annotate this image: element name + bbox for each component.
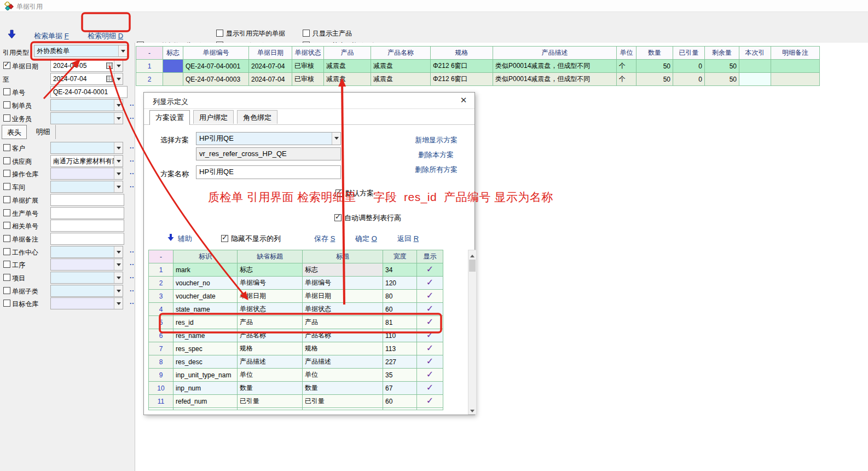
show-cell[interactable]: ✓: [417, 277, 443, 290]
toolbar-checkbox[interactable]: 只显示主产品: [303, 29, 352, 38]
filter-checkbox[interactable]: [3, 209, 10, 216]
search-voucher-button[interactable]: 检索单据 F: [34, 31, 69, 41]
filter-checkbox[interactable]: [3, 274, 10, 281]
show-cell[interactable]: ✓: [417, 342, 443, 355]
column-row[interactable]: 1mark标志标志34✓: [149, 263, 443, 277]
column-header[interactable]: 产品名称: [371, 47, 431, 60]
calendar-icon[interactable]: [106, 62, 113, 69]
save-button[interactable]: 保存 S: [314, 234, 335, 244]
column-header[interactable]: 单据日期: [249, 47, 292, 60]
chevron-down-icon[interactable]: [114, 285, 123, 296]
filter-checkbox[interactable]: [3, 248, 10, 255]
column-header[interactable]: 缺省标题: [238, 250, 303, 263]
column-header[interactable]: 标识: [173, 250, 238, 263]
filter-checkbox[interactable]: [3, 114, 10, 122]
scheme-name-input[interactable]: HP引用QE: [196, 165, 341, 179]
browse-button[interactable]: ..: [130, 259, 135, 267]
browse-button[interactable]: ..: [130, 298, 135, 306]
dialog-titlebar[interactable]: 列显示定义 ✕: [144, 93, 474, 109]
column-header[interactable]: 显示: [417, 250, 443, 263]
scroll-down-icon[interactable]: [468, 406, 476, 414]
column-header[interactable]: 单位: [617, 47, 636, 60]
checkbox-box[interactable]: [303, 30, 310, 37]
filter-checkbox[interactable]: [3, 261, 10, 268]
combobox[interactable]: 南通万达摩擦材料有限: [50, 155, 123, 167]
checkbox-box[interactable]: ✓: [221, 235, 228, 242]
mark-cell[interactable]: [163, 73, 183, 86]
browse-button[interactable]: ..: [130, 168, 135, 176]
mark-cell[interactable]: [163, 60, 183, 73]
filter-checkbox[interactable]: [3, 88, 10, 95]
show-cell[interactable]: ✓: [417, 303, 443, 316]
hide-columns-checkbox[interactable]: ✓隐藏不显示的列: [221, 234, 281, 244]
add-scheme-link[interactable]: 新增显示方案: [415, 135, 458, 145]
text-input[interactable]: QE-24-07-04-0001: [50, 86, 128, 98]
filter-checkbox[interactable]: [3, 183, 10, 190]
filter-checkbox[interactable]: [3, 170, 10, 177]
delete-all-schemes-link[interactable]: 删除所有方案: [415, 165, 458, 175]
chevron-down-icon[interactable]: [114, 298, 123, 309]
column-header[interactable]: 单据状态: [292, 47, 324, 60]
column-row[interactable]: 2voucher_no单据编号单据编号120✓: [149, 277, 443, 290]
close-icon[interactable]: ✕: [458, 95, 469, 105]
chevron-down-icon[interactable]: [114, 259, 123, 270]
browse-button[interactable]: ..: [130, 272, 135, 280]
column-header[interactable]: 宽度: [383, 250, 417, 263]
combobox[interactable]: [50, 259, 123, 271]
column-header[interactable]: 标志: [163, 47, 183, 60]
text-input[interactable]: [50, 194, 124, 206]
filter-checkbox[interactable]: [3, 287, 10, 294]
search-detail-button[interactable]: 检索明细 D: [88, 31, 123, 41]
column-row[interactable]: 11refed_num已引量已引量60✓: [149, 395, 443, 408]
browse-button[interactable]: ..: [130, 113, 135, 120]
ref-type-combobox[interactable]: 外协质检单: [34, 45, 128, 57]
column-header[interactable]: 产品描述: [493, 47, 617, 60]
column-header[interactable]: 标题: [303, 250, 383, 263]
browse-button[interactable]: ..: [130, 156, 135, 163]
chevron-down-icon[interactable]: [114, 73, 123, 84]
column-header[interactable]: 明细备注: [771, 47, 820, 60]
chevron-down-icon[interactable]: [118, 45, 127, 56]
combobox[interactable]: [50, 142, 123, 154]
show-cell[interactable]: ✓: [417, 316, 443, 329]
browse-button[interactable]: ..: [130, 285, 135, 293]
down-arrow-icon[interactable]: [8, 30, 16, 39]
chevron-down-icon[interactable]: [114, 272, 123, 283]
select-scheme-combobox[interactable]: HP引用QE: [196, 132, 341, 145]
date-field[interactable]: 2024-04-05: [50, 60, 123, 72]
date-field[interactable]: 2024-07-04: [50, 73, 123, 85]
combobox[interactable]: [50, 285, 123, 297]
dialog-tab-用户绑定[interactable]: 用户绑定: [193, 110, 234, 124]
auto-row-height-checkbox[interactable]: ✓自动调整列表行高: [334, 213, 401, 223]
show-cell[interactable]: ✓: [417, 369, 443, 382]
table-row[interactable]: 1QE-24-07-04-00012024-07-04已审核减震盘减震盘Φ212…: [136, 60, 820, 73]
filter-checkbox[interactable]: [3, 144, 10, 151]
chevron-down-icon[interactable]: [114, 246, 123, 257]
column-header[interactable]: 剩余量: [705, 47, 739, 60]
delete-scheme-link[interactable]: 删除本方案: [418, 150, 454, 160]
column-row[interactable]: 5res_id产品产品81✓: [149, 316, 443, 329]
column-header[interactable]: 产品: [324, 47, 371, 60]
browse-button[interactable]: ..: [130, 246, 135, 254]
down-arrow-icon[interactable]: [167, 233, 175, 242]
dialog-tab-方案设置[interactable]: 方案设置: [149, 110, 190, 125]
back-button[interactable]: 返回 R: [397, 234, 419, 244]
combobox[interactable]: [50, 112, 123, 124]
dialog-tab-角色绑定[interactable]: 角色绑定: [237, 110, 277, 124]
scroll-up-icon[interactable]: [468, 250, 476, 259]
filter-checkbox[interactable]: ✓: [3, 62, 10, 69]
column-row[interactable]: 10inp_num数量数量67✓: [149, 382, 443, 395]
column-row[interactable]: 9inp_unit_type_nam单位单位35✓: [149, 369, 443, 382]
browse-button[interactable]: ..: [130, 142, 135, 150]
column-header[interactable]: -: [149, 250, 173, 263]
combobox[interactable]: [50, 297, 123, 309]
combobox[interactable]: [50, 272, 123, 284]
filter-checkbox[interactable]: [3, 222, 10, 229]
aux-button[interactable]: 辅助: [178, 234, 192, 244]
column-header[interactable]: 规格: [431, 47, 493, 60]
filter-checkbox[interactable]: [3, 196, 10, 203]
show-cell[interactable]: ✓: [417, 382, 443, 395]
combobox[interactable]: [50, 246, 123, 258]
filter-checkbox[interactable]: [3, 157, 10, 164]
filter-checkbox[interactable]: [3, 101, 10, 108]
